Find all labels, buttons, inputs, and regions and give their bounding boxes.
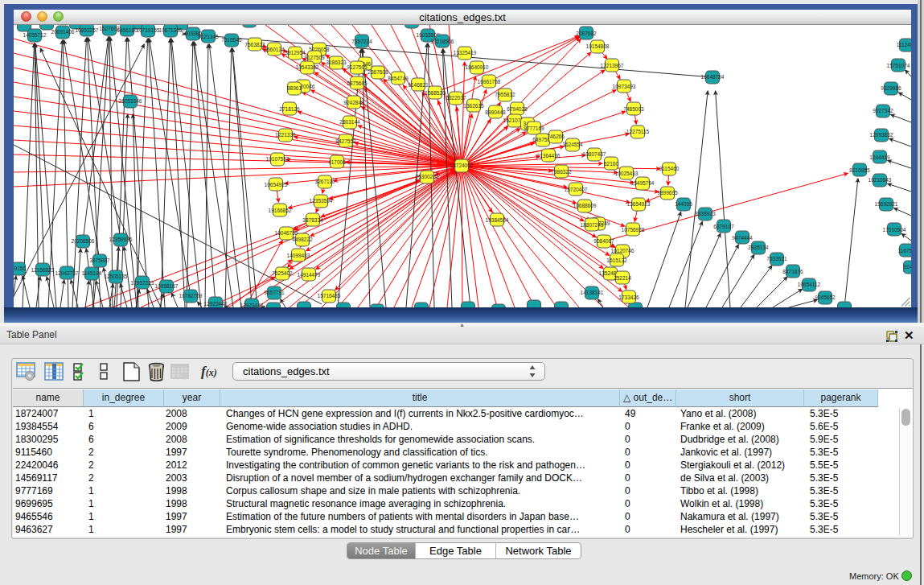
svg-text:39150: 39150	[14, 266, 26, 271]
svg-text:12942737: 12942737	[55, 270, 79, 276]
svg-text:10654925: 10654925	[265, 182, 288, 187]
svg-text:3267110: 3267110	[315, 179, 335, 184]
svg-text:20206506: 20206506	[72, 238, 95, 244]
svg-text:20691406: 20691406	[51, 29, 75, 35]
svg-text:7625402: 7625402	[272, 270, 293, 276]
svg-text:9657791: 9657791	[264, 290, 285, 295]
svg-text:7485003: 7485003	[623, 106, 644, 112]
svg-text:15495794: 15495794	[631, 180, 655, 186]
svg-text:2718126: 2718126	[279, 106, 300, 112]
svg-text:10671355: 10671355	[159, 27, 183, 33]
svg-text:10154808: 10154808	[586, 43, 610, 49]
svg-text:1733426: 1733426	[618, 295, 639, 300]
svg-text:10107553: 10107553	[266, 156, 290, 162]
svg-text:8454749: 8454749	[388, 76, 409, 81]
svg-text:4498222: 4498222	[292, 237, 313, 242]
svg-text:19218506: 19218506	[431, 39, 454, 44]
svg-text:19384554: 19384554	[486, 217, 509, 223]
svg-text:12923448: 12923448	[240, 303, 264, 307]
svg-text:7663822: 7663822	[244, 42, 265, 47]
svg-text:16648784: 16648784	[701, 74, 725, 80]
svg-text:6322037: 6322037	[446, 95, 466, 101]
svg-text:12275115: 12275115	[626, 129, 650, 134]
svg-text:10543382: 10543382	[296, 64, 319, 70]
svg-text:10025433: 10025433	[615, 171, 639, 176]
svg-text:12156823: 12156823	[31, 267, 55, 273]
svg-text:7515546: 7515546	[221, 37, 242, 43]
svg-text:1615132: 1615132	[606, 257, 627, 263]
svg-text:9146821: 9146821	[408, 82, 429, 88]
svg-text:1244419: 1244419	[869, 154, 890, 160]
svg-text:62160: 62160	[604, 161, 618, 167]
svg-text:9777169: 9777169	[524, 126, 544, 131]
svg-text:144095: 144095	[675, 201, 692, 207]
svg-text:16782759: 16782759	[179, 293, 203, 299]
svg-text:12923448: 12923448	[204, 301, 228, 307]
svg-text:7955812: 7955812	[495, 92, 515, 97]
svg-text:2367608: 2367608	[368, 69, 388, 75]
svg-text:10958157: 10958157	[155, 283, 179, 289]
svg-text:10756928: 10756928	[622, 227, 645, 233]
svg-text:9121345: 9121345	[198, 34, 219, 39]
svg-text:8990448: 8990448	[485, 109, 506, 115]
svg-text:1221336: 1221336	[275, 132, 296, 138]
svg-text:15692921: 15692921	[875, 201, 898, 207]
svg-text:6794028: 6794028	[507, 106, 528, 112]
svg-text:14914479: 14914479	[298, 272, 321, 278]
svg-text:10719155: 10719155	[137, 27, 160, 33]
svg-text:18640910: 18640910	[466, 64, 489, 70]
svg-text:14138141: 14138141	[581, 290, 604, 295]
svg-text:14055712: 14055712	[23, 32, 47, 38]
svg-text:10973493: 10973493	[613, 84, 636, 89]
svg-text:15716485: 15716485	[318, 293, 341, 299]
svg-text:2087682: 2087682	[576, 31, 597, 36]
svg-text:14099483: 14099483	[287, 253, 310, 258]
svg-text:19166852: 19166852	[269, 208, 292, 213]
svg-text:3878334: 3878334	[302, 217, 323, 223]
svg-text:8215955: 8215955	[849, 167, 870, 173]
svg-text:26053346: 26053346	[119, 98, 142, 104]
svg-text:9084067: 9084067	[593, 238, 614, 244]
svg-text:9227342: 9227342	[873, 108, 893, 113]
svg-text:12213967: 12213967	[601, 63, 624, 68]
svg-text:3624554: 3624554	[562, 142, 583, 147]
svg-text:17957223: 17957223	[131, 280, 154, 286]
svg-text:746266: 746266	[547, 134, 565, 139]
svg-text:13325419: 13325419	[454, 50, 477, 56]
svg-text:10807487: 10807487	[583, 151, 606, 157]
svg-text:9127509: 9127509	[304, 55, 325, 60]
svg-text:9115460: 9115460	[659, 166, 680, 171]
svg-text:13654923: 13654923	[627, 201, 651, 207]
svg-text:15720407: 15720407	[565, 187, 588, 192]
svg-text:417006: 417006	[328, 159, 346, 165]
svg-text:8938923: 8938923	[695, 211, 716, 216]
svg-text:9474444: 9474444	[732, 235, 753, 241]
svg-text:16210643: 16210643	[869, 177, 892, 183]
svg-text:7986322: 7986322	[551, 169, 572, 175]
svg-text:2935134: 2935134	[748, 245, 769, 250]
svg-text:9245): 9245)	[904, 264, 911, 270]
svg-text:9127505: 9127505	[347, 64, 368, 70]
svg-text:5875685: 5875685	[347, 80, 368, 86]
svg-text:2803144: 2803144	[339, 119, 360, 125]
svg-text:9245652: 9245652	[815, 295, 836, 300]
svg-text:18807249: 18807249	[581, 222, 604, 228]
svg-text:18724007: 18724007	[450, 163, 474, 168]
svg-text:3912954: 3912954	[285, 50, 306, 56]
svg-text:16120746: 16120746	[611, 248, 634, 253]
svg-text:9660124: 9660124	[264, 47, 285, 52]
svg-text:1588520: 1588520	[425, 90, 446, 96]
svg-text:1362615: 1362615	[463, 103, 484, 109]
svg-text:6379197: 6379197	[713, 224, 734, 229]
svg-text:10688609: 10688609	[573, 203, 597, 208]
svg-text:8427552: 8427552	[335, 138, 356, 144]
svg-text:10853257: 10853257	[76, 27, 99, 33]
svg-text:12093832: 12093832	[870, 132, 893, 138]
svg-text:116753: 116753	[897, 248, 911, 253]
svg-text:17010504: 17010504	[883, 227, 906, 233]
svg-text:21364436: 21364436	[537, 153, 561, 159]
svg-text:12505135: 12505135	[105, 274, 128, 279]
svg-text:8471676: 8471676	[782, 269, 803, 274]
svg-text:9242848: 9242848	[343, 100, 364, 105]
svg-text:98961: 98961	[287, 85, 302, 91]
